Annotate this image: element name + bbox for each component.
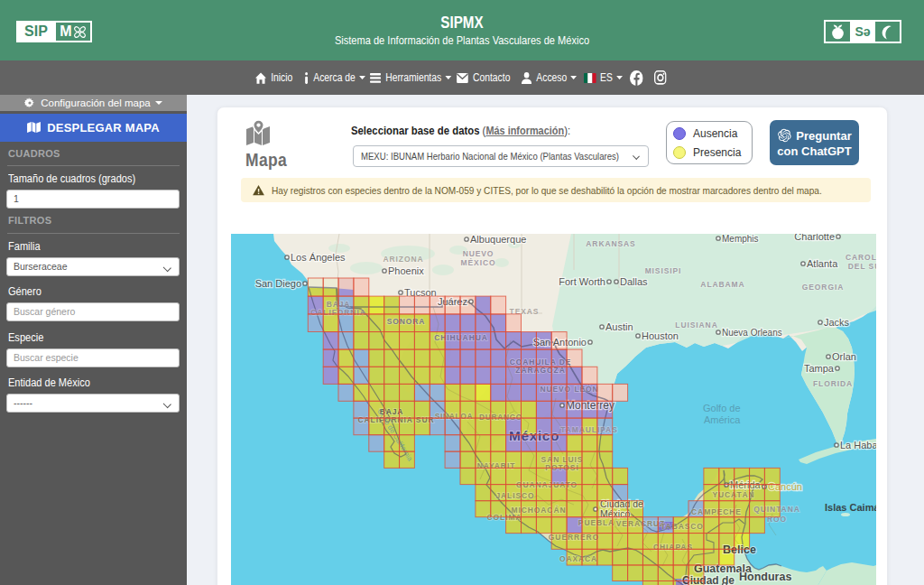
svg-text:PUEBLA: PUEBLA [578,518,614,527]
svg-text:TEXAS: TEXAS [510,307,540,316]
svg-text:Atlanta: Atlanta [807,258,838,269]
svg-text:Charlotte: Charlotte [794,234,835,242]
svg-text:DURANGO: DURANGO [479,413,522,422]
svg-text:Austin: Austin [605,321,633,332]
svg-text:América: América [704,414,741,425]
svg-text:NAYARIT: NAYARIT [477,461,516,470]
svg-text:MÉXICO: MÉXICO [461,258,496,267]
svg-text:Honduras: Honduras [739,571,791,583]
svg-text:Cancún: Cancún [768,481,802,492]
svg-text:Fort Worth: Fort Worth [559,276,605,287]
svg-text:TABASCO: TABASCO [661,522,704,531]
svg-text:NUEVO LEÓN: NUEVO LEÓN [540,384,598,394]
svg-text:Phoenix: Phoenix [388,265,424,276]
svg-text:JALISCO: JALISCO [495,491,534,500]
svg-text:Ciudad de: Ciudad de [682,574,735,585]
svg-text:ARIZONA: ARIZONA [383,255,423,264]
svg-text:Albuquerque: Albuquerque [470,234,526,245]
svg-text:CAROLI: CAROLI [845,253,876,262]
svg-text:Houston: Houston [642,330,679,341]
svg-text:Golfo de: Golfo de [703,403,741,413]
svg-text:Nueva Orleans: Nueva Orleans [722,328,782,338]
svg-text:Dallas: Dallas [620,276,648,287]
svg-text:ARKANSAS: ARKANSAS [586,239,635,248]
svg-text:MISISIPI: MISISIPI [645,266,682,275]
svg-text:SINALOA: SINALOA [435,412,473,421]
svg-text:Juárez: Juárez [438,296,467,307]
svg-text:GEORGIA: GEORGIA [802,283,844,292]
svg-text:Memphis: Memphis [722,234,759,244]
svg-text:Islas Caimá: Islas Caimá [825,502,876,513]
svg-text:TAMAULIPAS: TAMAULIPAS [560,425,617,434]
svg-text:FLORIDA: FLORIDA [813,379,853,388]
svg-text:Orlan: Orlan [832,351,856,362]
svg-text:Belice: Belice [723,543,756,556]
svg-text:QUINTANA: QUINTANA [753,505,799,514]
svg-text:San Diego: San Diego [255,278,301,289]
svg-text:NUEVO: NUEVO [463,249,494,258]
svg-text:La Haban: La Haban [840,440,876,450]
svg-text:Jacks: Jacks [824,317,850,328]
svg-text:OAXACA: OAXACA [559,554,597,563]
svg-text:GUERRERO: GUERRERO [549,533,599,542]
svg-text:ALABAMA: ALABAMA [700,280,744,289]
svg-text:Los Ángeles: Los Ángeles [291,252,346,263]
svg-text:Tampa: Tampa [804,363,835,374]
svg-text:DEL SU: DEL SU [848,262,876,271]
svg-text:SONORA: SONORA [387,317,426,326]
svg-text:San Antonio: San Antonio [533,337,587,348]
svg-text:LUISIANA: LUISIANA [675,320,717,330]
svg-text:ROO: ROO [767,515,787,524]
svg-text:CHIHUAHUA: CHIHUAHUA [434,333,488,342]
